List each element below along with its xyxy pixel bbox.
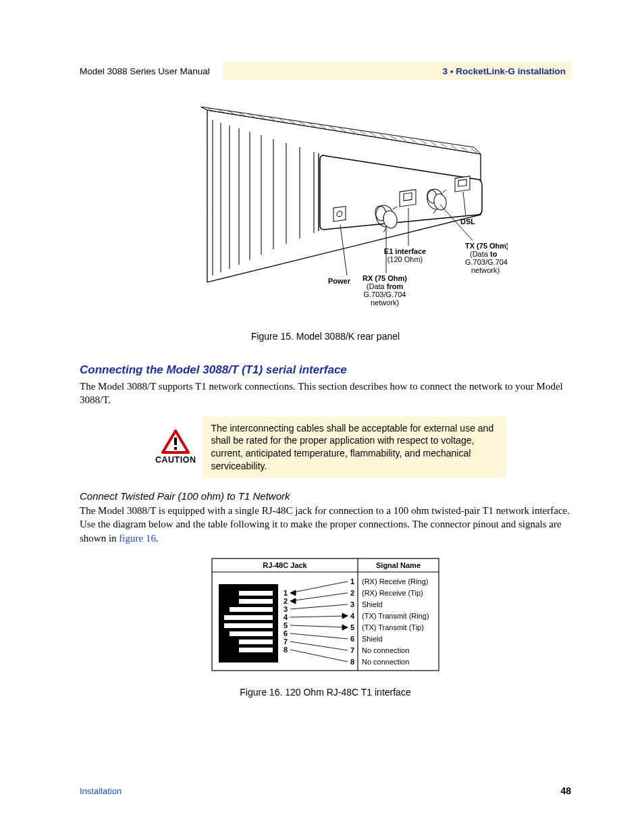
svg-rect-83 bbox=[239, 648, 273, 652]
signal-3: Shield bbox=[362, 600, 383, 608]
label-e1: E1 interface bbox=[384, 247, 426, 255]
th-jack: RJ-48C Jack bbox=[263, 561, 307, 569]
svg-text:4: 4 bbox=[284, 613, 288, 621]
svg-text:network): network) bbox=[471, 266, 500, 274]
svg-rect-56 bbox=[458, 180, 466, 187]
chapter-box: 3 • RocketLink-G installation bbox=[223, 62, 571, 80]
svg-marker-93 bbox=[290, 590, 296, 596]
svg-text:(Data to: (Data to bbox=[470, 250, 498, 258]
svg-rect-78 bbox=[230, 607, 273, 612]
signal-2: (RX) Receive (Tip) bbox=[362, 589, 423, 597]
svg-line-99 bbox=[290, 625, 348, 627]
svg-line-96 bbox=[290, 604, 348, 609]
signal-5: (TX) Transmit (Tip) bbox=[362, 623, 424, 631]
th-signal: Signal Name bbox=[376, 561, 421, 569]
svg-line-97 bbox=[290, 616, 348, 617]
svg-line-92 bbox=[290, 581, 348, 593]
svg-text:3: 3 bbox=[284, 605, 288, 613]
subsection-paragraph: The Model 3088/T is equipped with a sing… bbox=[80, 504, 571, 545]
svg-text:6: 6 bbox=[350, 635, 354, 643]
caution-label: CAUTION bbox=[155, 455, 196, 465]
figure-16-link[interactable]: figure 16 bbox=[119, 533, 156, 544]
svg-text:6: 6 bbox=[284, 629, 288, 637]
svg-text:4: 4 bbox=[350, 612, 355, 620]
svg-rect-82 bbox=[239, 640, 273, 644]
svg-marker-100 bbox=[342, 625, 348, 630]
section-heading: Connecting the Model 3088/T (T1) serial … bbox=[80, 363, 571, 377]
section-paragraph: The Model 3088/T supports T1 network con… bbox=[80, 380, 571, 407]
svg-rect-76 bbox=[239, 591, 273, 596]
footer-section[interactable]: Installation bbox=[80, 786, 122, 796]
svg-rect-49 bbox=[404, 192, 412, 201]
signal-6: Shield bbox=[362, 635, 383, 643]
signal-4: (TX) Transmit (Ring) bbox=[362, 612, 429, 620]
svg-rect-81 bbox=[230, 631, 273, 636]
svg-text:5: 5 bbox=[284, 621, 288, 629]
figure-15: DSL TX (75 Ohm) (Data to G.703/G.704 net… bbox=[80, 107, 571, 353]
svg-text:2: 2 bbox=[284, 597, 288, 605]
label-tx: TX (75 Ohm) bbox=[465, 242, 508, 250]
svg-text:(Data from: (Data from bbox=[367, 282, 404, 290]
svg-marker-98 bbox=[342, 613, 348, 619]
svg-text:1: 1 bbox=[350, 577, 354, 585]
svg-text:1: 1 bbox=[284, 589, 288, 597]
svg-rect-80 bbox=[224, 623, 273, 628]
signal-1: (RX) Receive (Ring) bbox=[362, 577, 428, 585]
svg-text:G.703/G.704: G.703/G.704 bbox=[364, 290, 406, 298]
caution-block: CAUTION The interconnecting cables shall… bbox=[155, 417, 506, 479]
svg-line-101 bbox=[290, 633, 348, 639]
svg-text:5: 5 bbox=[350, 623, 354, 631]
svg-text:8: 8 bbox=[284, 646, 288, 654]
svg-text:network): network) bbox=[371, 298, 399, 307]
svg-rect-77 bbox=[239, 599, 273, 604]
subsection-heading: Connect Twisted Pair (100 ohm) to T1 Net… bbox=[80, 490, 571, 502]
caution-icon bbox=[161, 429, 190, 454]
label-rx: RX (75 Ohm) bbox=[363, 274, 407, 282]
svg-text:(120 Ohm): (120 Ohm) bbox=[387, 255, 423, 263]
label-dsl: DSL bbox=[460, 217, 475, 226]
page-header: Model 3088 Series User Manual 3 • Rocket… bbox=[80, 62, 571, 80]
label-power: Power bbox=[328, 277, 351, 285]
svg-line-102 bbox=[290, 642, 348, 650]
signal-8: No connection bbox=[362, 658, 409, 666]
svg-rect-70 bbox=[174, 438, 177, 445]
svg-line-103 bbox=[290, 650, 348, 662]
svg-text:7: 7 bbox=[350, 646, 354, 654]
svg-rect-79 bbox=[224, 615, 273, 620]
figure-16-caption: Figure 16. 120 Ohm RJ-48C T1 interface bbox=[240, 687, 410, 698]
svg-rect-71 bbox=[174, 447, 177, 450]
manual-title: Model 3088 Series User Manual bbox=[80, 66, 223, 76]
figure-15-caption: Figure 15. Model 3088/K rear panel bbox=[251, 331, 400, 342]
caution-text: The interconnecting cables shall be acce… bbox=[203, 417, 506, 479]
page-number: 48 bbox=[560, 785, 571, 796]
svg-text:2: 2 bbox=[350, 589, 354, 597]
svg-text:7: 7 bbox=[284, 637, 288, 646]
svg-text:G.703/G.704: G.703/G.704 bbox=[465, 258, 508, 266]
svg-text:3: 3 bbox=[350, 600, 354, 608]
svg-line-94 bbox=[290, 593, 348, 601]
svg-text:8: 8 bbox=[350, 658, 354, 666]
svg-marker-95 bbox=[290, 598, 296, 604]
signal-7: No connection bbox=[362, 646, 409, 654]
rear-panel-diagram: DSL TX (75 Ohm) (Data to G.703/G.704 net… bbox=[143, 107, 508, 330]
page-footer: Installation 48 bbox=[80, 785, 571, 796]
rj48c-diagram: RJ-48C Jack Signal Name 1 2 3 4 bbox=[211, 557, 440, 685]
figure-16: RJ-48C Jack Signal Name 1 2 3 4 bbox=[80, 557, 571, 708]
chapter-title: 3 • RocketLink-G installation bbox=[442, 66, 566, 76]
